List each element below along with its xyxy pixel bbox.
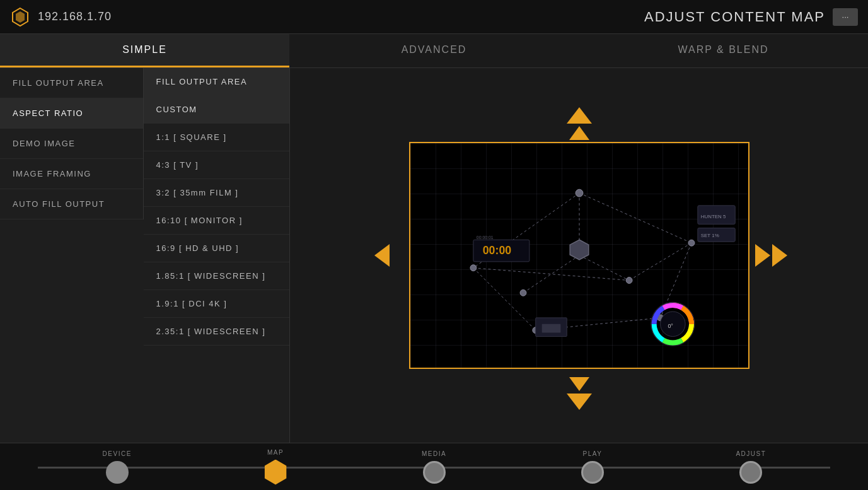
submenu-3-2-film[interactable]: 3:2 [ 35mm FILM ] [144, 179, 290, 207]
svg-line-11 [629, 243, 692, 280]
nav-label-map: MAP [267, 449, 284, 456]
arrow-up-outer[interactable] [567, 107, 592, 124]
nav-hex-map[interactable] [263, 460, 288, 485]
ip-address-label: 192.168.1.70 [38, 10, 112, 23]
nav-circle-play[interactable] [581, 461, 604, 484]
header-right: ADJUST CONTENT MAP ··· [644, 8, 858, 26]
svg-point-18 [520, 289, 526, 296]
svg-text:00:00:01: 00:00:01 [476, 235, 493, 240]
svg-line-2 [579, 193, 692, 243]
svg-text:HUNTEN 5: HUNTEN 5 [700, 214, 726, 219]
preview-area: HUNTEN 5 SET 1% 00:00 00:00:01 [290, 68, 868, 443]
svg-line-9 [523, 255, 579, 293]
bottom-nav: DEVICE MAP MEDIA PLAY ADJUST [0, 443, 868, 490]
app-header: 192.168.1.70 ADJUST CONTENT MAP ··· [0, 0, 868, 34]
nav-circle-media[interactable] [423, 461, 446, 484]
svg-point-12 [576, 189, 583, 197]
tab-simple[interactable]: SIMPLE [0, 34, 289, 67]
preview-svg-content: HUNTEN 5 SET 1% 00:00 00:00:01 [410, 143, 748, 368]
arrow-down-inner[interactable] [569, 377, 589, 391]
submenu-16-9-hd[interactable]: 16:9 [ HD & UHD ] [144, 235, 290, 262]
nav-label-adjust: ADJUST [736, 450, 766, 457]
arrow-left[interactable] [374, 244, 390, 267]
nav-step-map[interactable]: MAP [196, 449, 354, 485]
svg-marker-1 [16, 11, 25, 23]
preview-image: HUNTEN 5 SET 1% 00:00 00:00:01 [409, 142, 749, 369]
arrow-up-inner[interactable] [569, 126, 589, 140]
svg-point-14 [470, 265, 476, 271]
app-logo-icon [10, 7, 30, 27]
arrow-down-outer[interactable] [567, 394, 592, 410]
svg-line-8 [579, 255, 629, 281]
left-panel: FILL OUTPUT AREA ASPECT RATIO DEMO IMAGE… [0, 68, 290, 443]
submenu-16-10-monitor[interactable]: 16:10 [ MONITOR ] [144, 207, 290, 235]
nav-step-media[interactable]: MEDIA [355, 450, 513, 484]
svg-line-10 [473, 268, 628, 281]
svg-rect-32 [541, 324, 560, 333]
submenu-1-9-dci[interactable]: 1.9:1 [ DCI 4K ] [144, 290, 290, 318]
tab-warp-blend[interactable]: WARP & BLEND [579, 34, 868, 67]
arrow-right-outer[interactable] [772, 244, 787, 267]
tab-bar: SIMPLE ADVANCED WARP & BLEND [0, 34, 868, 68]
svg-text:00:00: 00:00 [482, 244, 511, 257]
svg-text:0°: 0° [668, 323, 673, 329]
nav-label-play: PLAY [583, 450, 603, 457]
menu-item-fill-output[interactable]: FILL OUTPUT AREA [0, 68, 143, 98]
menu-item-auto-fill[interactable]: AUTO FILL OUTPUT [0, 189, 143, 219]
submenu-4-3-tv[interactable]: 4:3 [ TV ] [144, 151, 290, 179]
submenu-fill-output-area[interactable]: FILL OUTPUT AREA [144, 68, 290, 96]
submenu-column: FILL OUTPUT AREA CUSTOM 1:1 [ SQUARE ] 4… [144, 68, 290, 346]
arrow-right-inner[interactable] [755, 244, 770, 267]
menu-column: FILL OUTPUT AREA ASPECT RATIO DEMO IMAGE… [0, 68, 144, 219]
nav-step-device[interactable]: DEVICE [38, 450, 196, 484]
preview-container: HUNTEN 5 SET 1% 00:00 00:00:01 [409, 142, 749, 369]
svg-point-13 [688, 240, 695, 246]
nav-step-adjust[interactable]: ADJUST [672, 450, 830, 484]
svg-line-5 [473, 268, 535, 330]
svg-point-17 [626, 277, 632, 284]
menu-item-demo-image[interactable]: DEMO IMAGE [0, 129, 143, 159]
nav-step-play[interactable]: PLAY [513, 450, 671, 484]
menu-item-aspect-ratio[interactable]: ASPECT RATIO [0, 98, 143, 129]
submenu-1-85-widescreen[interactable]: 1.85:1 [ WIDESCREEN ] [144, 262, 290, 290]
nav-label-device: DEVICE [103, 450, 132, 457]
svg-text:SET 1%: SET 1% [700, 233, 719, 238]
nav-circle-adjust[interactable] [739, 461, 762, 484]
main-content: FILL OUTPUT AREA ASPECT RATIO DEMO IMAGE… [0, 68, 868, 443]
nav-label-media: MEDIA [422, 450, 446, 457]
header-action-button[interactable]: ··· [833, 8, 858, 26]
menu-item-image-framing[interactable]: IMAGE FRAMING [0, 159, 143, 189]
page-title: ADJUST CONTENT MAP [644, 9, 825, 25]
submenu-2-35-widescreen[interactable]: 2.35:1 [ WIDESCREEN ] [144, 318, 290, 346]
header-left: 192.168.1.70 [10, 7, 112, 27]
submenu-1-1-square[interactable]: 1:1 [ SQUARE ] [144, 124, 290, 151]
nav-circle-device[interactable] [106, 461, 129, 484]
svg-marker-19 [570, 240, 589, 260]
tab-advanced[interactable]: ADVANCED [289, 34, 579, 67]
submenu-custom[interactable]: CUSTOM [144, 96, 290, 124]
